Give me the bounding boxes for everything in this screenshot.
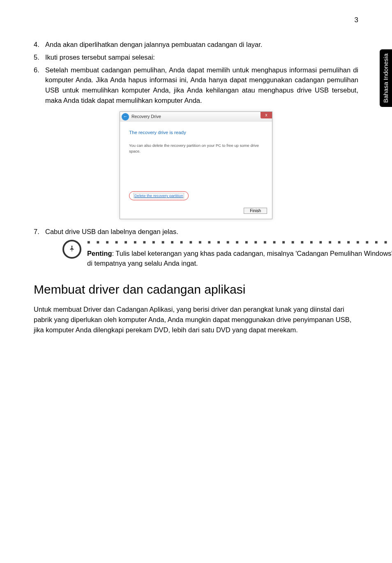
arrow-left-icon: ← [123, 113, 128, 120]
dialog-titlebar: ← Recovery Drive x [120, 112, 272, 122]
delete-link-highlight: Delete the recovery partition [129, 191, 189, 200]
dialog-body-text: You can also delete the recovery partiti… [129, 143, 263, 155]
list-number: 6. [34, 65, 45, 106]
instruction-list: 4. Anda akan diperlihatkan dengan jalann… [34, 39, 358, 106]
close-button[interactable]: x [261, 112, 272, 118]
list-item: 6. Setelah membuat cadangan pemulihan, A… [34, 65, 358, 106]
language-tab: Bahasa Indonesia [380, 49, 392, 107]
list-item: 4. Anda akan diperlihatkan dengan jalann… [34, 39, 358, 50]
pin-icon [62, 240, 81, 259]
list-text: Setelah membuat cadangan pemulihan, Anda… [45, 65, 358, 106]
list-number: 7. [34, 227, 45, 237]
list-text: Anda akan diperlihatkan dengan jalannya … [45, 39, 358, 50]
important-note: ■ ■ ■ ■ ■ ■ ■ ■ ■ ■ ■ ■ ■ ■ ■ ■ ■ ■ ■ ■ … [34, 240, 358, 269]
note-label: Penting [87, 250, 112, 257]
note-content: : Tulis label keterangan yang khas pada … [87, 250, 392, 267]
section-paragraph: Untuk membuat Driver dan Cadangan Aplika… [34, 304, 358, 335]
list-text: Cabut drive USB dan labelnya dengan jela… [45, 227, 358, 237]
page-number: 3 [355, 15, 358, 25]
list-number: 5. [34, 52, 45, 63]
list-item: 5. Ikuti proses tersebut sampai selesai: [34, 52, 358, 63]
recovery-drive-dialog: ← Recovery Drive x The recovery drive is… [120, 111, 272, 219]
delete-recovery-partition-link[interactable]: Delete the recovery partition [134, 193, 184, 198]
finish-button[interactable]: Finish [244, 208, 267, 214]
back-button[interactable]: ← [122, 113, 129, 120]
list-number: 4. [34, 39, 45, 50]
dialog-title: Recovery Drive [131, 114, 161, 120]
instruction-list-cont: 7. Cabut drive USB dan labelnya dengan j… [34, 227, 358, 237]
dialog-heading: The recovery drive is ready [129, 129, 263, 136]
list-text: Ikuti proses tersebut sampai selesai: [45, 52, 358, 63]
note-text: Penting: Tulis label keterangan yang kha… [87, 249, 392, 269]
section-heading: Membuat driver dan cadangan aplikasi [34, 280, 358, 299]
list-item: 7. Cabut drive USB dan labelnya dengan j… [34, 227, 358, 237]
divider-dots: ■ ■ ■ ■ ■ ■ ■ ■ ■ ■ ■ ■ ■ ■ ■ ■ ■ ■ ■ ■ … [87, 240, 392, 245]
